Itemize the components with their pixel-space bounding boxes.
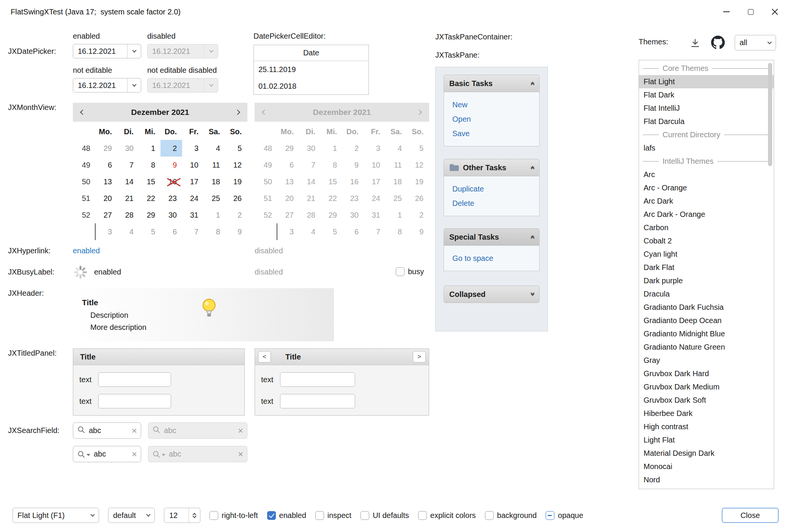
- close-button[interactable]: [763, 0, 787, 24]
- day-cell[interactable]: 25: [204, 190, 225, 207]
- search-input[interactable]: abc: [94, 450, 132, 458]
- task-link[interactable]: Delete: [452, 196, 539, 210]
- day-cell[interactable]: 20: [96, 190, 117, 207]
- day-cell[interactable]: 8: [139, 157, 161, 173]
- checkbox-box[interactable]: [315, 511, 324, 520]
- task-link[interactable]: Duplicate: [452, 182, 539, 196]
- theme-item[interactable]: Gruvbox Dark Soft: [639, 394, 774, 407]
- datepicker-dropdown-button[interactable]: [127, 44, 141, 58]
- checkbox-ui-defaults[interactable]: UI defaults: [360, 511, 409, 520]
- font-size-spinner[interactable]: 12: [164, 508, 200, 523]
- day-cell[interactable]: 8: [204, 223, 225, 240]
- theme-item[interactable]: Gradianto Midnight Blue: [639, 327, 774, 341]
- font-combo[interactable]: default: [108, 508, 155, 523]
- day-cell-selected[interactable]: 2: [161, 140, 182, 157]
- theme-item[interactable]: Cyan light: [639, 248, 774, 261]
- checkbox-right-to-left[interactable]: right-to-left: [209, 511, 258, 520]
- close-dialog-button[interactable]: Close: [722, 508, 779, 523]
- taskpane-header[interactable]: Other Tasks: [444, 159, 540, 176]
- day-cell[interactable]: 24: [182, 190, 204, 207]
- checkbox-opaque[interactable]: opaque: [546, 511, 583, 520]
- theme-item[interactable]: Arc Dark - Orange: [639, 208, 774, 221]
- table-column-header[interactable]: Date: [254, 45, 368, 61]
- text-field[interactable]: [98, 394, 171, 408]
- day-cell[interactable]: 11: [204, 157, 225, 173]
- theme-item[interactable]: Arc Dark: [639, 195, 774, 208]
- theme-item[interactable]: Gradianto Deep Ocean: [639, 314, 774, 327]
- checkbox-box[interactable]: [485, 511, 494, 520]
- day-cell[interactable]: 10: [182, 157, 204, 173]
- download-icon[interactable]: [688, 36, 702, 50]
- theme-item[interactable]: Flat Dark: [639, 88, 774, 102]
- theme-item[interactable]: Cobalt 2: [639, 234, 774, 248]
- day-cell[interactable]: 31: [182, 207, 204, 223]
- day-cell[interactable]: 9: [225, 223, 247, 240]
- day-cell[interactable]: 3: [96, 223, 117, 240]
- checkbox-explicit-colors[interactable]: explicit colors: [418, 511, 476, 520]
- day-cell[interactable]: 5: [139, 223, 161, 240]
- day-cell[interactable]: 26: [225, 190, 247, 207]
- theme-item[interactable]: Dark Flat: [639, 261, 774, 274]
- day-cell[interactable]: 4: [204, 140, 225, 157]
- theme-item[interactable]: Arc - Orange: [639, 181, 774, 195]
- date-value[interactable]: 16.12.2021: [73, 81, 127, 90]
- checkbox-box[interactable]: [396, 267, 405, 276]
- taskpane-header[interactable]: Special Tasks: [444, 228, 540, 246]
- search-input[interactable]: abc: [89, 426, 132, 435]
- hyperlink-enabled[interactable]: enabled: [73, 246, 100, 255]
- theme-item[interactable]: lafs: [639, 141, 774, 155]
- theme-item[interactable]: High contrast: [639, 420, 774, 433]
- day-cell[interactable]: 19: [225, 173, 247, 190]
- day-cell[interactable]: 6: [96, 157, 117, 173]
- day-cell[interactable]: 29: [96, 140, 117, 157]
- theme-item[interactable]: Gray: [639, 354, 774, 367]
- checkbox-box[interactable]: [267, 511, 276, 520]
- table-row[interactable]: 25.11.2019: [254, 61, 368, 78]
- day-cell[interactable]: 14: [117, 173, 139, 190]
- theme-item[interactable]: Gradianto Nature Green: [639, 341, 774, 354]
- checkbox-background[interactable]: background: [485, 511, 537, 520]
- clear-icon[interactable]: [132, 450, 137, 459]
- day-cell[interactable]: 12: [225, 157, 247, 173]
- next-month-button[interactable]: [228, 110, 247, 114]
- task-link[interactable]: Open: [452, 112, 539, 126]
- day-cell[interactable]: 3: [182, 140, 204, 157]
- theme-item[interactable]: Monocai: [639, 460, 774, 473]
- day-cell-flagged[interactable]: 9: [161, 157, 182, 173]
- maximize-button[interactable]: [738, 0, 763, 24]
- github-icon[interactable]: [710, 35, 726, 50]
- laf-combo[interactable]: Flat Light (F1): [13, 508, 99, 523]
- day-cell[interactable]: 29: [139, 207, 161, 223]
- panel-left-button[interactable]: <: [258, 351, 271, 363]
- theme-item[interactable]: Gradianto Dark Fuchsia: [639, 301, 774, 314]
- checkbox-enabled[interactable]: enabled: [267, 511, 306, 520]
- busy-checkbox[interactable]: busy: [396, 267, 424, 276]
- theme-item[interactable]: Light Flat: [639, 433, 774, 447]
- theme-item-selected[interactable]: Flat Light: [639, 75, 774, 88]
- day-cell[interactable]: 2: [225, 207, 247, 223]
- task-link[interactable]: Save: [452, 126, 539, 141]
- day-cell[interactable]: 22: [139, 190, 161, 207]
- task-link[interactable]: Go to space: [452, 251, 539, 265]
- datepicker-enabled[interactable]: 16.12.2021: [73, 44, 141, 58]
- day-cell[interactable]: 1: [139, 140, 161, 157]
- day-cell[interactable]: 17: [182, 173, 204, 190]
- search-field-with-menu[interactable]: abc: [73, 446, 141, 462]
- day-cell[interactable]: 7: [117, 157, 139, 173]
- theme-item[interactable]: Gruvbox Dark Hard: [639, 367, 774, 380]
- clear-icon[interactable]: [132, 426, 137, 435]
- theme-item[interactable]: Flat IntelliJ: [639, 102, 774, 115]
- day-cell[interactable]: 1: [204, 207, 225, 223]
- day-cell[interactable]: 6: [161, 223, 182, 240]
- day-cell[interactable]: 5: [225, 140, 247, 157]
- day-cell[interactable]: 23: [161, 190, 182, 207]
- day-cell[interactable]: 30: [117, 140, 139, 157]
- checkbox-box[interactable]: [209, 511, 218, 520]
- theme-item[interactable]: Gruvbox Dark Medium: [639, 380, 774, 394]
- checkbox-inspect[interactable]: inspect: [315, 511, 351, 520]
- text-field[interactable]: [280, 394, 355, 408]
- day-cell[interactable]: 15: [139, 173, 161, 190]
- theme-item[interactable]: Material Design Dark: [639, 447, 774, 460]
- text-field[interactable]: [280, 372, 355, 387]
- checkbox-box[interactable]: [418, 511, 427, 520]
